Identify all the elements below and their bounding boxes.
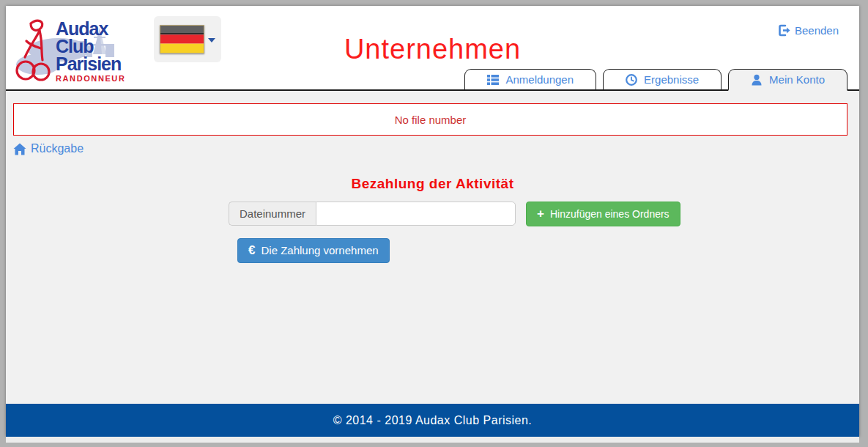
tab-ergebnisse[interactable]: Ergebnisse [603, 69, 722, 91]
main-content: No file number Rückgabe Bezahlung der Ak… [6, 91, 859, 404]
footer: © 2014 - 2019 Audax Club Parisien. [6, 404, 859, 437]
window-edge [6, 437, 859, 443]
breadcrumb-rueckgabe[interactable]: Rückgabe [13, 142, 84, 155]
logo-line-4: RANDONNEUR [56, 74, 125, 83]
file-number-label: Dateinummer [229, 202, 316, 226]
file-number-input[interactable] [316, 202, 516, 226]
make-payment-label: Die Zahlung vornehmen [261, 244, 378, 256]
tab-anmeldungen[interactable]: Anmeldungen [464, 69, 596, 91]
file-number-group: Dateinummer [229, 202, 516, 226]
alert-message: No file number [395, 114, 467, 126]
home-icon [13, 143, 26, 155]
tab-label: Mein Konto [769, 73, 825, 86]
breadcrumb-label: Rückgabe [31, 142, 84, 155]
plus-icon: + [537, 207, 544, 220]
file-number-form: Dateinummer + Hinzufügen eines Ordners [229, 202, 859, 226]
list-icon [487, 75, 499, 85]
euro-icon: € [248, 244, 255, 256]
clock-icon [626, 74, 637, 86]
tab-label: Anmeldungen [505, 73, 574, 86]
tab-bar: Anmeldungen Ergebnisse Mein Konto [464, 69, 847, 91]
tab-mein-konto[interactable]: Mein Konto [728, 69, 847, 91]
logout-link[interactable]: Beenden [778, 24, 839, 37]
page-title: Unternehmen [6, 34, 859, 65]
error-alert: No file number [13, 103, 847, 136]
copyright-text: © 2014 - 2019 Audax Club Parisien. [333, 414, 533, 427]
add-folder-label: Hinzufügen eines Ordners [550, 208, 669, 220]
header: Audax Club Parisien RANDONNEUR Unternehm [6, 6, 859, 91]
sign-out-icon [778, 24, 790, 37]
section-heading: Bezahlung der Aktivität [6, 176, 859, 192]
user-icon [751, 74, 763, 86]
make-payment-button[interactable]: € Die Zahlung vornehmen [237, 238, 390, 263]
add-folder-button[interactable]: + Hinzufügen eines Ordners [526, 202, 680, 226]
page: Audax Club Parisien RANDONNEUR Unternehm [6, 6, 859, 437]
logout-label: Beenden [795, 24, 839, 37]
tab-label: Ergebnisse [644, 73, 699, 86]
